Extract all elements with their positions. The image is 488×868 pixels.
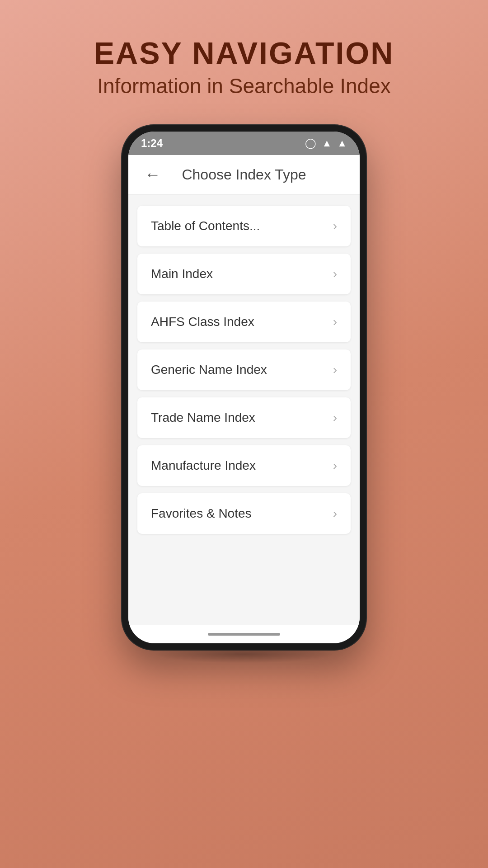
promo-subtitle: Information in Searchable Index (94, 74, 394, 98)
content-area: Table of Contents...›Main Index›AHFS Cla… (128, 195, 360, 625)
home-indicator (128, 625, 360, 643)
chevron-right-icon: › (333, 458, 337, 473)
chevron-right-icon: › (333, 410, 337, 425)
list-item-manufacture-index[interactable]: Manufacture Index› (137, 445, 351, 486)
home-bar (208, 633, 280, 636)
back-arrow-icon: ← (145, 165, 161, 184)
chevron-right-icon: › (333, 363, 337, 377)
circle-icon: ◯ (305, 137, 316, 149)
list-item-label-trade-name-index: Trade Name Index (151, 410, 255, 425)
status-bar: 1:24 ◯ ▲ ▲ (128, 132, 360, 155)
chevron-right-icon: › (333, 267, 337, 281)
list-item-trade-name-index[interactable]: Trade Name Index› (137, 397, 351, 438)
chevron-right-icon: › (333, 506, 337, 521)
back-button[interactable]: ← (141, 163, 164, 186)
signal-icon: ▲ (337, 137, 347, 149)
promo-header: EASY NAVIGATION Information in Searchabl… (94, 36, 394, 98)
phone-mockup: 1:24 ◯ ▲ ▲ ← Choose Index Type Table of … (122, 125, 366, 650)
list-item-favorites-notes[interactable]: Favorites & Notes› (137, 493, 351, 534)
list-item-generic-name-index[interactable]: Generic Name Index› (137, 349, 351, 390)
promo-title: EASY NAVIGATION (94, 36, 394, 70)
list-item-label-favorites-notes: Favorites & Notes (151, 506, 252, 521)
list-item-label-ahfs-class-index: AHFS Class Index (151, 315, 254, 329)
list-item-table-of-contents[interactable]: Table of Contents...› (137, 206, 351, 246)
list-item-main-index[interactable]: Main Index› (137, 254, 351, 294)
list-item-label-manufacture-index: Manufacture Index (151, 458, 256, 473)
list-item-label-main-index: Main Index (151, 267, 213, 281)
list-item-ahfs-class-index[interactable]: AHFS Class Index› (137, 302, 351, 342)
chevron-right-icon: › (333, 219, 337, 233)
app-bar: ← Choose Index Type (128, 155, 360, 195)
wifi-icon: ▲ (322, 137, 332, 149)
chevron-right-icon: › (333, 315, 337, 329)
status-icons: ◯ ▲ ▲ (305, 137, 347, 149)
list-item-label-table-of-contents: Table of Contents... (151, 219, 260, 233)
app-bar-title: Choose Index Type (172, 166, 316, 183)
list-item-label-generic-name-index: Generic Name Index (151, 363, 267, 377)
phone-screen: 1:24 ◯ ▲ ▲ ← Choose Index Type Table of … (128, 132, 360, 643)
status-time: 1:24 (141, 137, 163, 150)
